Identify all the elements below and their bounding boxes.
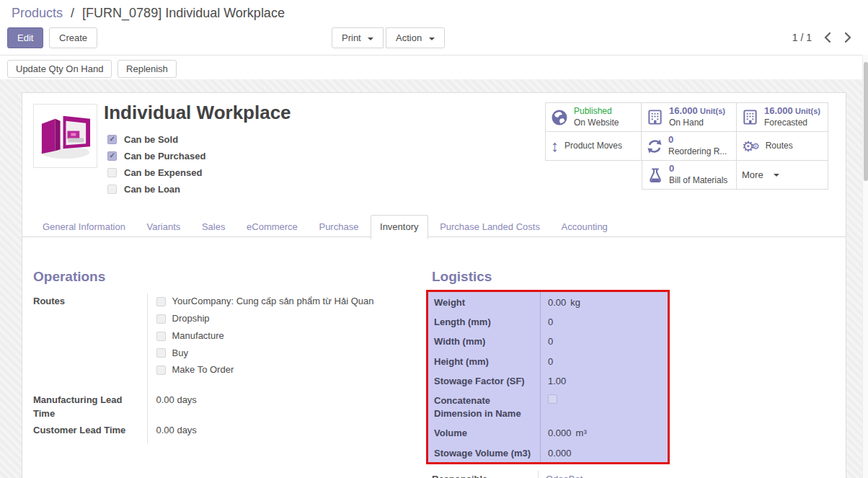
workplace-furniture-image <box>36 107 94 165</box>
stowage-volume-value[interactable]: 0.000 <box>540 443 668 462</box>
route-option: YourCompany: Cung cấp sản phẩm từ Hải Qu… <box>156 295 416 309</box>
reordering-rules-stat-button[interactable]: 0 Reordering R... <box>642 132 737 161</box>
weight-value[interactable]: 0.00kg <box>540 292 668 311</box>
flag-row: Can be Expensed <box>107 167 205 178</box>
route-option: Make To Order <box>156 363 416 377</box>
route-manufacture-checkbox[interactable] <box>156 332 166 341</box>
route-option: Manufacture <box>156 329 416 343</box>
tab-general-information[interactable]: General Information <box>33 215 135 239</box>
logistics-heading: Logistics <box>432 269 830 285</box>
can-be-sold-checkbox[interactable] <box>107 135 117 144</box>
vertical-scrollbar[interactable] <box>862 55 868 478</box>
flag-row: Can be Sold <box>107 134 205 145</box>
more-dropdown-button[interactable]: More <box>737 161 828 190</box>
stowage-factor-value[interactable]: 1.00 <box>540 371 668 390</box>
can-be-purchased-label: Can be Purchased <box>124 151 205 161</box>
forecasted-label: Forecasted <box>764 118 807 128</box>
stat-empty-cell <box>545 161 642 190</box>
more-label: More <box>742 169 763 180</box>
route-manufacture-label: Manufacture <box>172 329 224 343</box>
logistics-group: Logistics Weight 0.00kg Length (mm) 0 <box>426 269 830 478</box>
print-dropdown-button[interactable]: Print <box>332 27 384 48</box>
can-be-loan-checkbox[interactable] <box>107 185 117 194</box>
logistics-row: Concatenate Dimension in Name <box>428 390 668 422</box>
height-value[interactable]: 0 <box>540 351 668 371</box>
breadcrumb-current: [FURN_0789] Individual Workplace <box>82 6 285 20</box>
routes-field-label: Routes <box>33 293 147 392</box>
update-qty-on-hand-button[interactable]: Update Qty On Hand <box>7 60 112 78</box>
volume-label: Volume <box>428 422 540 442</box>
logistics-row: Stowage Factor (SF) 1.00 <box>428 371 668 390</box>
gears-icon: ⚙⚙ <box>742 139 760 154</box>
forecasted-stat-button[interactable]: 16.000 Unit(s) Forecasted <box>737 102 828 132</box>
can-be-purchased-checkbox[interactable] <box>107 151 117 161</box>
can-be-loan-label: Can be Loan <box>124 184 180 195</box>
published-status: Published <box>574 106 612 116</box>
tab-inventory[interactable]: Inventory <box>371 215 428 239</box>
logistics-row: Height (mm) 0 <box>428 351 668 371</box>
length-label: Length (mm) <box>428 311 540 331</box>
pager: 1 / 1 <box>792 32 854 43</box>
responsible-row: Responsible OdooBot <box>426 471 670 478</box>
reordering-rules-label: Reordering R... <box>668 146 727 156</box>
next-page-button[interactable] <box>843 32 854 43</box>
tab-variants[interactable]: Variants <box>138 215 190 239</box>
odoo-product-page: Products / [FURN_0789] Individual Workpl… <box>0 0 868 478</box>
globe-icon <box>551 109 568 126</box>
chevron-down-icon <box>368 37 373 40</box>
product-image[interactable] <box>33 104 97 168</box>
on-hand-value: 16.000 <box>669 105 698 116</box>
flag-row: Can be Loan <box>107 184 205 195</box>
routes-stat-button[interactable]: ⚙⚙ Routes <box>737 132 828 161</box>
route-buy-checkbox[interactable] <box>156 348 166 358</box>
responsible-user-link[interactable]: OdooBot <box>546 474 583 478</box>
breadcrumb-separator: / <box>71 6 74 20</box>
on-hand-stat-button[interactable]: 16.000 Unit(s) On Hand <box>642 102 737 132</box>
logistics-highlight-box: Weight 0.00kg Length (mm) 0 Width (mm) 0 <box>426 290 670 464</box>
create-button[interactable]: Create <box>49 27 97 48</box>
weight-label: Weight <box>428 292 540 311</box>
action-dropdown-button[interactable]: Action <box>386 27 445 48</box>
logistics-row: Length (mm) 0 <box>428 311 668 331</box>
print-label: Print <box>342 32 361 43</box>
routes-stat-label: Routes <box>766 141 793 152</box>
page-title: Individual Workplace <box>104 102 291 124</box>
width-value[interactable]: 0 <box>540 331 668 350</box>
route-dropship-checkbox[interactable] <box>156 314 166 324</box>
product-moves-stat-button[interactable]: ↕ Product Moves <box>545 132 642 161</box>
breadcrumb-products-link[interactable]: Products <box>12 6 63 20</box>
reordering-rules-value: 0 <box>668 134 673 145</box>
edit-button[interactable]: Edit <box>7 27 43 48</box>
tab-purchase[interactable]: Purchase <box>309 215 368 239</box>
tab-accounting[interactable]: Accounting <box>552 215 617 239</box>
tab-purchase-landed-costs[interactable]: Purchase Landed Costs <box>430 215 549 239</box>
forecasted-unit: Unit(s) <box>795 107 820 115</box>
route-make-to-order-checkbox[interactable] <box>156 366 166 375</box>
volume-value[interactable]: 0.000m³ <box>540 422 668 442</box>
height-label: Height (mm) <box>428 351 540 371</box>
website-stat-button[interactable]: Published On Website <box>545 102 642 132</box>
bill-of-materials-label: Bill of Materials <box>669 175 727 185</box>
can-be-expensed-checkbox[interactable] <box>107 168 117 177</box>
chevron-down-icon <box>774 174 779 177</box>
tab-sales[interactable]: Sales <box>192 215 235 239</box>
replenish-button[interactable]: Replenish <box>118 60 177 78</box>
concatenate-dimension-checkbox[interactable] <box>548 394 557 404</box>
route-yourcompany-checkbox[interactable] <box>156 297 166 306</box>
flag-row: Can be Purchased <box>107 151 205 161</box>
bill-of-materials-stat-button[interactable]: 0 Bill of Materials <box>642 161 737 190</box>
scrollbar-thumb[interactable] <box>864 62 868 181</box>
customer-lead-time-value[interactable]: 0.00 days <box>147 422 415 443</box>
product-moves-label: Product Moves <box>564 141 622 152</box>
tab-ecommerce[interactable]: eCommerce <box>237 215 307 239</box>
previous-page-button[interactable] <box>822 32 833 43</box>
product-sheet: Individual Workplace Can be Sold Can be … <box>22 92 846 478</box>
building-icon <box>742 109 758 125</box>
manufacturing-lead-time-label: Manufacturing Lead Time <box>33 392 147 422</box>
route-yourcompany-label: YourCompany: Cung cấp sản phẩm từ Hải Qu… <box>172 295 374 309</box>
operations-heading: Operations <box>33 269 415 285</box>
operations-group: Operations Routes YourCompany: Cung cấp … <box>33 269 415 443</box>
manufacturing-lead-time-value[interactable]: 0.00 days <box>147 392 415 422</box>
chevron-right-icon <box>845 32 851 43</box>
length-value[interactable]: 0 <box>540 311 668 331</box>
